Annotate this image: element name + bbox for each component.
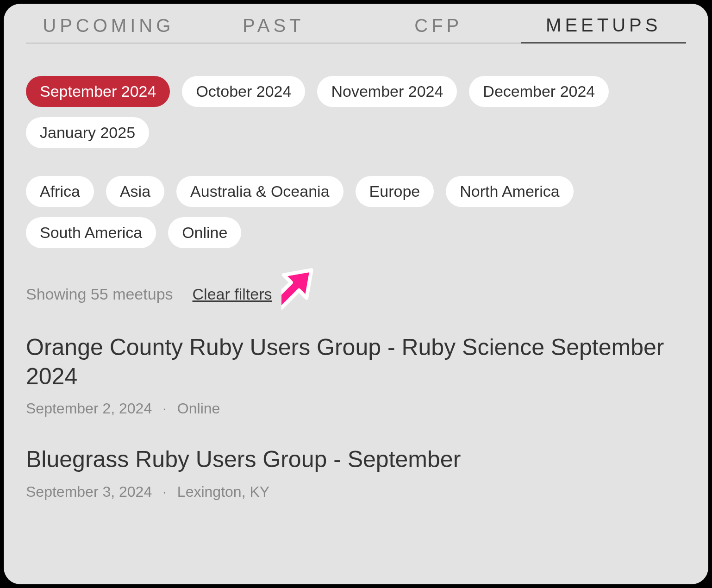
month-chip-january-2025[interactable]: January 2025	[26, 117, 149, 148]
month-chip-october-2024[interactable]: October 2024	[182, 76, 305, 107]
app-frame: UPCOMING PAST CFP MEETUPS September 2024…	[4, 4, 708, 584]
showing-count-label: Showing 55 meetups	[26, 285, 173, 303]
region-chip-south-america[interactable]: South America	[26, 217, 156, 248]
tab-bar: UPCOMING PAST CFP MEETUPS	[26, 15, 686, 44]
region-chip-australia-oceania[interactable]: Australia & Oceania	[176, 176, 344, 207]
meta-separator: ·	[162, 400, 167, 417]
tab-past[interactable]: PAST	[191, 15, 356, 44]
region-chip-europe[interactable]: Europe	[356, 176, 434, 207]
region-chip-online[interactable]: Online	[168, 217, 241, 248]
meetup-item[interactable]: Bluegrass Ruby Users Group - September S…	[26, 445, 686, 500]
region-chip-africa[interactable]: Africa	[26, 176, 94, 207]
meetup-meta: September 3, 2024 · Lexington, KY	[26, 483, 686, 500]
region-chip-asia[interactable]: Asia	[106, 176, 164, 207]
clear-filters-link[interactable]: Clear filters	[193, 285, 272, 303]
meetup-list: Orange County Ruby Users Group - Ruby Sc…	[26, 333, 686, 500]
meta-separator: ·	[162, 483, 167, 500]
meetup-meta: September 2, 2024 · Online	[26, 400, 686, 417]
tab-cfp[interactable]: CFP	[356, 15, 521, 44]
region-chip-north-america[interactable]: North America	[446, 176, 573, 207]
month-filter-row: September 2024 October 2024 November 202…	[26, 76, 686, 148]
status-row: Showing 55 meetups Clear filters	[26, 285, 686, 303]
month-chip-september-2024[interactable]: September 2024	[26, 76, 170, 107]
meetup-location: Online	[177, 400, 220, 417]
meetup-title: Orange County Ruby Users Group - Ruby Sc…	[26, 333, 686, 391]
tab-upcoming[interactable]: UPCOMING	[26, 15, 191, 44]
meetup-title: Bluegrass Ruby Users Group - September	[26, 445, 686, 474]
tab-meetups[interactable]: MEETUPS	[521, 15, 687, 44]
month-chip-november-2024[interactable]: November 2024	[317, 76, 457, 107]
meetup-date: September 3, 2024	[26, 483, 152, 500]
meetup-location: Lexington, KY	[177, 483, 269, 500]
meetup-date: September 2, 2024	[26, 400, 152, 417]
month-chip-december-2024[interactable]: December 2024	[469, 76, 609, 107]
region-filter-row: Africa Asia Australia & Oceania Europe N…	[26, 176, 686, 248]
meetup-item[interactable]: Orange County Ruby Users Group - Ruby Sc…	[26, 333, 686, 417]
